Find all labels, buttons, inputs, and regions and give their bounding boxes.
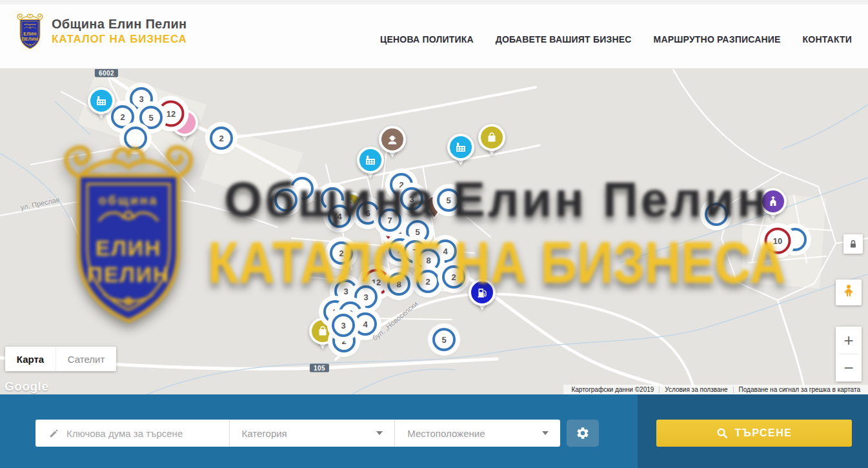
lock-icon: [848, 238, 858, 250]
street-label: ул. Преслав: [20, 196, 61, 212]
church-icon: [767, 195, 780, 208]
cluster-count: 5: [415, 227, 419, 237]
location-select[interactable]: Местоположение: [395, 420, 560, 447]
road-label: 105: [310, 364, 329, 372]
site-subtitle: КАТАЛОГ НА БИЗНЕСА: [52, 33, 187, 46]
worker-icon: [386, 133, 399, 146]
cluster-marker[interactable]: [124, 127, 147, 150]
search-button-label: ТЪРСЕНЕ: [735, 427, 792, 439]
cluster-marker[interactable]: 5: [139, 106, 163, 129]
cluster-count: 8: [396, 280, 401, 289]
cluster-count: 2: [341, 336, 346, 346]
cluster-marker[interactable]: 8: [387, 272, 410, 296]
cluster-marker[interactable]: 8: [417, 249, 440, 272]
category-select[interactable]: Категория: [230, 420, 395, 447]
cluster-marker[interactable]: 4: [328, 205, 351, 228]
search-bar: Категория Местоположение ТЪРСЕНЕ: [0, 394, 868, 468]
keyword-input[interactable]: [66, 428, 229, 439]
zoom-in-button[interactable]: +: [836, 327, 862, 354]
gear-icon: [576, 426, 590, 440]
pegman-button[interactable]: [836, 280, 862, 305]
road-label: 6002: [95, 69, 118, 77]
cluster-count: 2: [425, 277, 430, 287]
map-canvas[interactable]: 3212522351264752274812822333824351060021…: [0, 69, 868, 394]
map-type-satellite-button[interactable]: Сателит: [56, 347, 116, 371]
nav-add-your-business[interactable]: ДОБАВЕТЕ ВАШИЯТ БИЗНЕС: [496, 34, 632, 45]
factory-icon: [95, 94, 108, 107]
cluster-marker[interactable]: 4: [354, 312, 377, 336]
cluster-marker[interactable]: 2: [210, 127, 233, 150]
markers-layer: 3212522351264752274812822333824351060021…: [0, 69, 868, 394]
street-label: бул. „Новоселски: [371, 300, 419, 341]
pin-disc: [88, 87, 115, 114]
cluster-count: 2: [120, 112, 125, 122]
pin-disc: [357, 147, 384, 174]
factory-icon: [364, 154, 377, 167]
header: Община Елин Пелин КАТАЛОГ НА БИЗНЕСА ЦЕН…: [0, 0, 868, 69]
cluster-count: 5: [446, 196, 450, 205]
pin-disc: [760, 188, 787, 215]
cluster-count: 12: [167, 109, 176, 119]
search-bar-right-panel: ТЪРСЕНЕ: [638, 394, 868, 468]
cluster-marker[interactable]: [705, 203, 728, 226]
cluster-marker[interactable]: 6: [356, 201, 379, 225]
location-label: Местоположение: [407, 428, 485, 439]
cluster-count: 4: [363, 320, 367, 329]
cluster-count: 7: [387, 216, 392, 225]
map-type-control: Карта Сателит: [5, 347, 116, 371]
page: община ЕЛИН ПЕЛИН Община Елин Пелин КАТА…: [0, 0, 868, 468]
zoom-out-button[interactable]: −: [836, 354, 862, 382]
cluster-count: 3: [341, 321, 345, 331]
report-map-error-link[interactable]: Подаване на сигнал за грешка в картата: [733, 386, 865, 393]
pegman-icon: [843, 284, 854, 301]
cluster-marker[interactable]: 2: [111, 105, 134, 128]
cluster-count: 3: [343, 287, 348, 296]
cluster-marker[interactable]: 3: [332, 314, 355, 337]
cluster-count: 10: [773, 236, 782, 246]
factory-icon: [454, 141, 467, 154]
cluster-marker[interactable]: 7: [378, 209, 401, 232]
cluster-marker[interactable]: 10: [765, 228, 791, 254]
search-fields: Категория Местоположение: [35, 420, 560, 447]
pin-disc: [469, 279, 496, 306]
cluster-count: 2: [219, 134, 223, 143]
zoom-control: + −: [836, 327, 862, 382]
pin-disc: [478, 124, 505, 151]
google-logo[interactable]: Google: [5, 380, 48, 394]
map-attribution: Картографски данни ©2019 Условия за полз…: [563, 385, 868, 394]
pin-disc: [447, 134, 474, 161]
cluster-count: 5: [441, 335, 446, 345]
settings-button[interactable]: [567, 420, 599, 447]
lock-button[interactable]: [843, 234, 863, 254]
search-icon: [716, 427, 729, 440]
category-label: Категория: [242, 428, 287, 439]
shopping-bag-icon: [316, 325, 329, 338]
cluster-marker[interactable]: 5: [437, 188, 460, 212]
map-type-map-button[interactable]: Карта: [5, 347, 56, 371]
cluster-marker[interactable]: 2: [330, 241, 353, 265]
cluster-marker[interactable]: 2: [416, 270, 439, 293]
cluster-count: 12: [372, 278, 381, 287]
terms-of-use-link[interactable]: Условия за ползване: [659, 386, 732, 393]
cluster-count: 4: [337, 212, 341, 221]
nav-pricing-policy[interactable]: ЦЕНОВА ПОЛИТИКА: [380, 34, 474, 45]
attribution-copyright: Картографски данни ©2019: [566, 386, 659, 393]
cluster-marker[interactable]: 2: [442, 265, 465, 289]
site-logo[interactable]: Община Елин Пелин КАТАЛОГ НА БИЗНЕСА: [15, 12, 187, 50]
cluster-count: 2: [399, 180, 403, 190]
pin-disc: [379, 126, 406, 153]
shopping-bag-icon: [485, 131, 498, 144]
cluster-count: 2: [451, 272, 456, 282]
nav-contacts[interactable]: КОНТАКТИ: [803, 34, 852, 45]
cluster-count: 7: [412, 247, 417, 257]
cluster-marker[interactable]: 5: [432, 328, 456, 351]
cluster-count: 8: [426, 256, 430, 265]
cluster-marker[interactable]: [274, 188, 298, 212]
search-button[interactable]: ТЪРСЕНЕ: [656, 420, 852, 447]
nav-route-schedule[interactable]: МАРШРУТНО РАЗПИСАНИЕ: [654, 34, 781, 45]
cluster-marker[interactable]: 3: [400, 187, 423, 210]
cluster-count: 4: [443, 247, 447, 256]
chevron-down-icon: [542, 431, 549, 435]
site-title: Община Елин Пелин: [52, 17, 187, 32]
logo-text: Община Елин Пелин КАТАЛОГ НА БИЗНЕСА: [52, 17, 187, 46]
